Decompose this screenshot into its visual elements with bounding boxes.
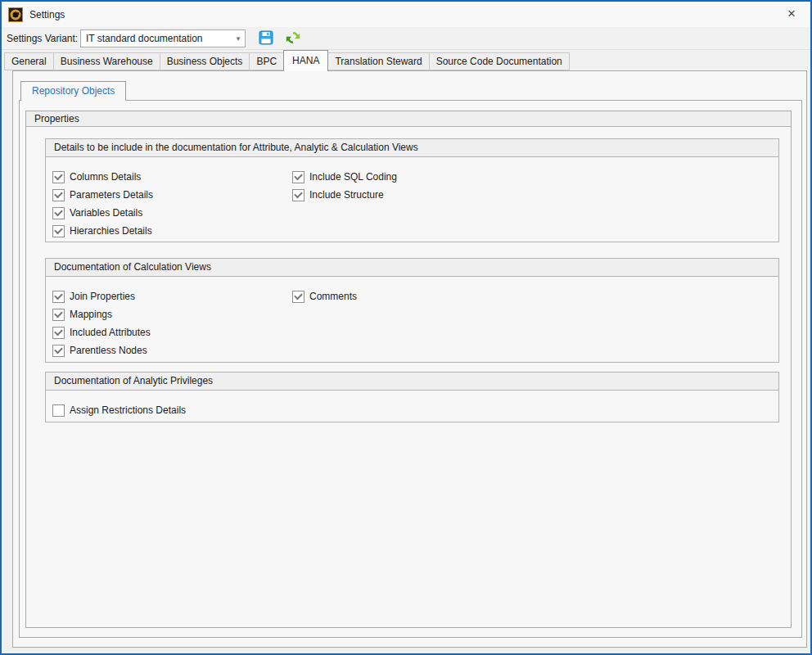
checkbox-checked-icon[interactable]	[292, 189, 304, 201]
checkbox-row-assign-restrictions-details[interactable]: Assign Restrictions Details	[52, 401, 186, 419]
checkbox-row-parentless-nodes[interactable]: Parentless Nodes	[52, 341, 151, 359]
checkbox-label: Assign Restrictions Details	[70, 404, 186, 416]
settings-variant-combobox[interactable]: IT standard documentation ▾	[80, 29, 246, 47]
checkbox-row-mappings[interactable]: Mappings	[52, 305, 151, 323]
checkbox-unchecked-icon[interactable]	[52, 404, 65, 417]
checkbox-row-included-attributes[interactable]: Included Attributes	[52, 323, 151, 341]
checkbox-checked-icon[interactable]	[52, 345, 65, 357]
section-title: Documentation of Calculation Views	[46, 259, 778, 277]
checkbox-label: Variables Details	[70, 207, 142, 219]
app-icon	[8, 7, 23, 22]
checkbox-checked-icon[interactable]	[52, 207, 65, 219]
checkbox-checked-icon[interactable]	[52, 225, 65, 237]
window-title: Settings	[29, 9, 65, 20]
checkbox-label: Columns Details	[70, 171, 141, 183]
section-documentation-of-calculation-views: Documentation of Calculation ViewsJoin P…	[45, 258, 779, 363]
tab-bpc[interactable]: BPC	[249, 52, 284, 70]
tab-repository-objects[interactable]: Repository Objects	[20, 81, 126, 101]
checkbox-checked-icon[interactable]	[52, 327, 65, 339]
checkbox-label: Mappings	[70, 309, 112, 320]
refresh-icon[interactable]	[286, 30, 300, 45]
checkbox-row-hierarchies-details[interactable]: Hierarchies Details	[52, 222, 153, 240]
repository-objects-page: Properties Details to be include in the …	[19, 100, 802, 638]
settings-variant-value: IT standard documentation	[86, 33, 232, 44]
checkbox-label: Included Attributes	[70, 327, 151, 338]
checkbox-column-right: Include SQL CodingInclude Structure	[292, 168, 397, 204]
checkbox-column-left: Assign Restrictions Details	[52, 401, 186, 419]
checkbox-row-columns-details[interactable]: Columns Details	[52, 168, 153, 186]
sections-container: Details to be include in the documentati…	[26, 138, 791, 422]
checkbox-label: Parentless Nodes	[70, 345, 147, 356]
section-details-to-be-include-in-the-documentati: Details to be include in the documentati…	[45, 138, 779, 242]
checkbox-checked-icon[interactable]	[292, 171, 304, 183]
checkbox-row-comments[interactable]: Comments	[292, 287, 357, 305]
tab-translation-steward[interactable]: Translation Steward	[327, 52, 429, 70]
settings-window: Settings × Settings Variant: IT standard…	[0, 0, 812, 655]
close-icon[interactable]: ×	[773, 2, 810, 26]
checkbox-column-left: Columns DetailsParameters DetailsVariabl…	[52, 168, 153, 240]
properties-group-title: Properties	[26, 111, 791, 127]
checkbox-column-right: Comments	[292, 287, 357, 305]
settings-variant-label: Settings Variant:	[7, 33, 78, 44]
checkbox-label: Include Structure	[309, 189, 384, 201]
section-body: Assign Restrictions Details	[46, 391, 778, 422]
hana-tab-page: Repository Objects Properties Details to…	[12, 70, 807, 648]
checkbox-row-variables-details[interactable]: Variables Details	[52, 204, 153, 222]
tab-source-code-documentation[interactable]: Source Code Documentation	[429, 52, 570, 70]
section-body: Join PropertiesMappingsIncluded Attribut…	[46, 277, 778, 362]
section-title: Details to be include in the documentati…	[46, 139, 778, 157]
checkbox-checked-icon[interactable]	[292, 291, 304, 303]
properties-groupbox: Properties Details to be include in the …	[25, 111, 792, 628]
tab-business-warehouse[interactable]: Business Warehouse	[53, 52, 160, 70]
checkbox-row-join-properties[interactable]: Join Properties	[52, 287, 151, 305]
section-documentation-of-analytic-privileges: Documentation of Analytic PrivilegesAssi…	[45, 372, 779, 422]
checkbox-row-include-structure[interactable]: Include Structure	[292, 186, 397, 204]
checkbox-checked-icon[interactable]	[52, 309, 65, 321]
main-tabs: GeneralBusiness WarehouseBusiness Object…	[2, 49, 810, 70]
checkbox-checked-icon[interactable]	[52, 291, 65, 303]
checkbox-label: Include SQL Coding	[309, 171, 397, 183]
chevron-down-icon[interactable]: ▾	[232, 34, 245, 43]
checkbox-label: Join Properties	[70, 291, 135, 302]
tab-business-objects[interactable]: Business Objects	[160, 52, 250, 70]
checkbox-row-parameters-details[interactable]: Parameters Details	[52, 186, 153, 204]
checkbox-checked-icon[interactable]	[52, 189, 65, 201]
checkbox-label: Parameters Details	[70, 189, 153, 201]
save-icon[interactable]	[259, 30, 273, 45]
toolbar: Settings Variant: IT standard documentat…	[2, 27, 810, 49]
checkbox-label: Comments	[309, 291, 357, 302]
checkbox-checked-icon[interactable]	[52, 171, 65, 183]
section-title: Documentation of Analytic Privileges	[46, 373, 778, 391]
checkbox-row-include-sql-coding[interactable]: Include SQL Coding	[292, 168, 397, 186]
checkbox-label: Hierarchies Details	[70, 225, 152, 237]
checkbox-column-left: Join PropertiesMappingsIncluded Attribut…	[52, 287, 151, 359]
tab-hana[interactable]: HANA	[283, 50, 328, 71]
tab-general[interactable]: General	[4, 52, 54, 70]
section-body: Columns DetailsParameters DetailsVariabl…	[46, 157, 778, 242]
titlebar: Settings ×	[2, 2, 810, 28]
